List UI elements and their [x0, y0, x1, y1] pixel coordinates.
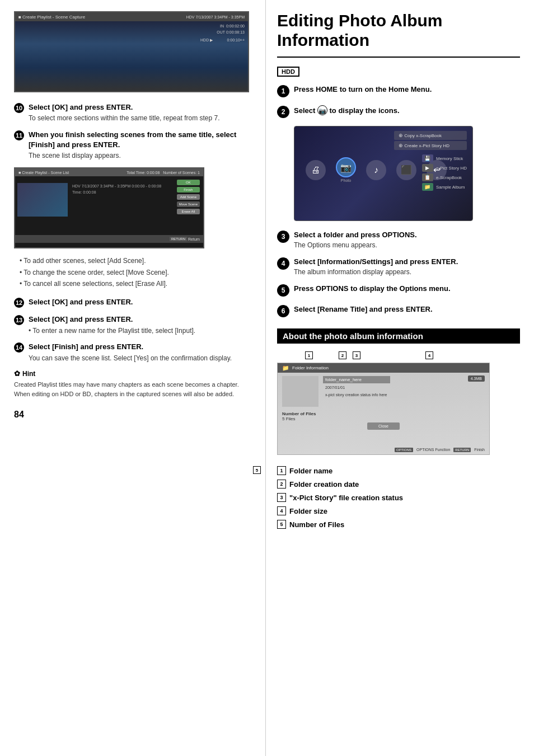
side-menu-items: 💾 Memory Stick ▶ e-Pict Story HD 📋 e-Scr… [422, 154, 467, 191]
about-thumb [282, 376, 318, 407]
right-step-4: 4 Select [Information/Settings] and pres… [277, 257, 520, 276]
about-item-1-label: Folder name [289, 467, 332, 475]
about-item-2-label: Folder creation date [289, 480, 359, 489]
epict-story-item: ▶ e-Pict Story HD [422, 164, 467, 172]
step-11: 11 When you finish selecting scenes from… [14, 130, 254, 161]
step-num-14: 14 [14, 342, 24, 353]
about-item-3: 3 "x-Pict Story" file creation status [277, 493, 520, 502]
step-14-sub: You can save the scene list. Select [Yes… [29, 354, 254, 363]
scene-list-content: HDV 7/13/2007 3:34PM - 3:35PM 0:00:00 - … [15, 176, 203, 235]
step-14-main: Select [Finish] and press ENTER. [29, 342, 254, 352]
step-11-sub: The scene list display appears. [29, 151, 254, 161]
printer-icon-circle: 🖨 [306, 160, 326, 180]
right-step-num-4: 4 [277, 257, 289, 270]
about-item-4: 4 Folder size [277, 506, 520, 515]
right-column: Editing Photo Album Information HDD 1 Pr… [266, 0, 534, 756]
about-item-2: 2 Folder creation date [277, 480, 520, 489]
page-title: Editing Photo Album Information [277, 11, 520, 58]
right-step-3-content: Select a folder and press OPTIONS. The O… [294, 230, 417, 249]
bullet-list: To add other scenes, select [Add Scene].… [20, 255, 254, 289]
marker-5: 5 [277, 520, 286, 529]
hint-box: ✿ Hint Created Playlist titles may have … [14, 369, 254, 398]
anno-3: 3 [353, 351, 360, 359]
icons-menu-screenshot: ⊕ Copy x-ScrapBook ⊕ Create x-Pict Story… [294, 126, 473, 221]
step-num-11: 11 [14, 130, 24, 140]
copy-scrapbook-item: ⊕ Copy x-ScrapBook [394, 131, 467, 140]
anno-2: 2 [339, 351, 346, 359]
marker-4: 4 [277, 506, 286, 515]
right-step-1: 1 Press HOME to turn on the Home Menu. [277, 84, 520, 97]
about-body-inner: folder_name_here 2007/01/01 x-pict story… [282, 376, 485, 407]
about-item-3-label: "x-Pict Story" file creation status [289, 494, 403, 502]
num-files-area: Number of Files 5 Files [282, 411, 485, 421]
right-step-1-content: Press HOME to turn on the Home Menu. [294, 84, 432, 95]
bullet-1: To add other scenes, select [Add Scene]. [20, 255, 254, 266]
options-key: OPTIONS [395, 448, 413, 452]
step-10-sub: To select more sections within the same … [29, 114, 254, 123]
anno-1: 1 [305, 351, 313, 359]
step-num-10: 10 [14, 103, 24, 113]
marker-2: 2 [277, 480, 286, 489]
about-body: folder_name_here 2007/01/01 x-pict story… [278, 373, 489, 425]
anno-4: 4 [425, 351, 433, 359]
screenshot-time: HDV 7/13/2007 3:34PM - 3:35PM [186, 15, 245, 19]
right-step-1-main: Press HOME to turn on the Home Menu. [294, 84, 432, 95]
memory-stick-icon: 💾 [422, 154, 433, 162]
scene-info: HDV 7/13/2007 3:34PM - 3:35PM 0:00:00 - … [70, 179, 174, 233]
about-screenshot-inner: 📁 Folder Information folder_name_here 20… [278, 363, 489, 454]
about-bottom-bar: OPTIONS OPTIONS Function RETURN Finish [395, 448, 485, 452]
escrapbook-icon: 📋 [422, 173, 433, 181]
create-pict-story-item: ⊕ Create x-Pict Story HD [394, 141, 467, 150]
photo-icon-circle[interactable]: 📷 [336, 157, 356, 177]
sample-album-icon: 📁 [422, 183, 433, 191]
scene-list-title: ■ Create Playlist - Scene List [18, 171, 69, 175]
right-step-4-content: Select [Information/Settings] and press … [294, 257, 458, 276]
about-close-btn[interactable]: Close [367, 422, 400, 430]
scene-list-topbar: ■ Create Playlist - Scene List Total Tim… [15, 168, 203, 176]
right-step-4-main: Select [Information/Settings] and press … [294, 257, 458, 267]
move-scene-btn[interactable]: Move Scene [177, 201, 200, 207]
right-step-num-6: 6 [277, 305, 289, 317]
step-14: 14 Select [Finish] and press ENTER. You … [14, 342, 254, 363]
step-10-content: Select [OK] and press ENTER. To select m… [29, 102, 254, 123]
step-10-main: Select [OK] and press ENTER. [29, 102, 254, 112]
right-step-6-content: Select [Rename Title] and press ENTER. [294, 304, 433, 314]
right-step-2: 2 Select 📷 to display the icons. [277, 105, 520, 118]
step-13: 13 Select [OK] and press ENTER. • To ent… [14, 314, 254, 335]
erase-all-btn[interactable]: Erase All [177, 209, 200, 214]
about-size-badge: 4.3MB [468, 375, 485, 382]
scene-list-stats: Total Time: 0:00:08 Number of Scenes: 1 [127, 171, 200, 175]
tv-icon-circle: ⬛ [396, 160, 416, 180]
escrapbook-item: 📋 e-ScrapBook [422, 173, 467, 181]
finish-scene-btn[interactable]: Finish [177, 187, 200, 192]
return-label: Return [188, 237, 200, 241]
step-13-main: Select [OK] and press ENTER. [29, 314, 254, 325]
page-number: 84 [14, 410, 254, 420]
step-11-content: When you finish selecting scenes from th… [29, 130, 254, 161]
about-info: folder_name_here 2007/01/01 x-pict story… [323, 376, 485, 407]
right-step-2-content: Select 📷 to display the icons. [294, 105, 400, 116]
right-step-3-main: Select a folder and press OPTIONS. [294, 230, 417, 240]
step-12-content: Select [OK] and press ENTER. [29, 297, 254, 307]
finish-label: Finish [474, 448, 485, 452]
about-header-bar: 📁 Folder Information [278, 363, 489, 373]
anno-5: 5 [253, 466, 261, 474]
left-column: ■ Create Playlist - Scene Capture HDV 7/… [0, 0, 266, 756]
right-step-3: 3 Select a folder and press OPTIONS. The… [277, 230, 520, 249]
about-screenshot: 📁 Folder Information folder_name_here 20… [277, 363, 490, 455]
hint-text: Created Playlist titles may have many ch… [14, 380, 254, 398]
sample-album-item[interactable]: 📁 Sample Album [422, 183, 467, 191]
about-item-5: 5 Number of Files [277, 520, 520, 529]
screenshot-capture: ■ Create Playlist - Scene Capture HDV 7/… [14, 11, 249, 92]
add-scene-btn[interactable]: Add Scene [177, 194, 200, 200]
status-display: x-pict story creation status info here [323, 392, 407, 398]
num-files-label: Number of Files [282, 411, 485, 416]
epict-icon: ▶ [422, 164, 433, 172]
menu-items-list: ⊕ Copy x-ScrapBook ⊕ Create x-Pict Story… [394, 131, 467, 150]
step-11-main: When you finish selecting scenes from th… [29, 130, 254, 150]
right-step-num-1: 1 [277, 85, 289, 97]
about-item-4-label: Folder size [289, 507, 327, 515]
ok-scene-btn[interactable]: OK [177, 180, 200, 185]
step-num-12: 12 [14, 298, 24, 308]
about-screenshot-container: 1 2 3 4 📁 Folder Information folder_name… [277, 351, 520, 455]
